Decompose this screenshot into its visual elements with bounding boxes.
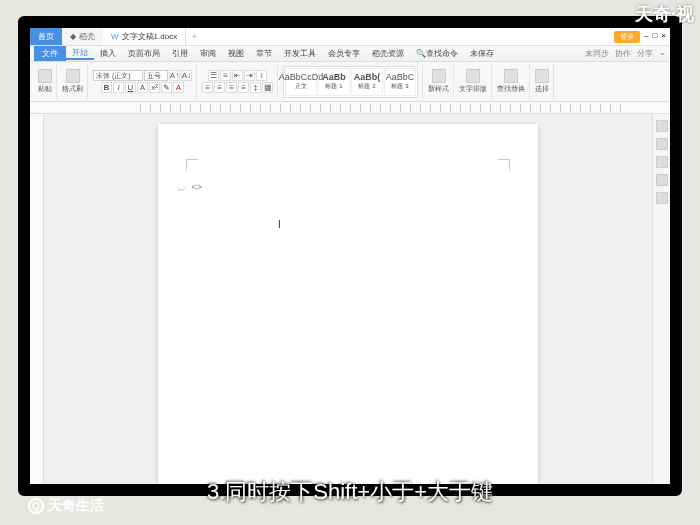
format-painter-button[interactable]: 格式刷	[62, 69, 83, 94]
video-watermark-top: 天奇·视	[635, 2, 694, 26]
menu-insert[interactable]: 插入	[94, 48, 122, 59]
align-left-icon[interactable]: ≡	[202, 82, 213, 93]
align-right-icon[interactable]: ≡	[226, 82, 237, 93]
caret-icon[interactable]: ⌄	[659, 48, 666, 59]
side-tool-1[interactable]	[656, 120, 668, 132]
ribbon: 粘贴 格式刷 宋体 (正文) 五号 A↑ A↓ B I	[30, 62, 670, 102]
find-replace-button[interactable]: 查找替换	[497, 69, 525, 94]
bullets-icon[interactable]: ☰	[208, 70, 219, 81]
menubar: 文件 开始 插入 页面布局 引用 审阅 视图 章节 开发工具 会员专享 稻壳资源…	[30, 46, 670, 62]
side-tool-4[interactable]	[656, 174, 668, 186]
menu-resources[interactable]: 稻壳资源	[366, 48, 410, 59]
login-button[interactable]: 登录	[614, 31, 640, 43]
indent-dec-icon[interactable]: ⇤	[232, 70, 243, 81]
brush-icon	[66, 69, 80, 83]
text-tools-button[interactable]: 文字排版	[459, 69, 487, 94]
paste-button[interactable]: 粘贴	[38, 69, 52, 94]
search-icon: 🔍	[416, 49, 426, 58]
sort-icon[interactable]: ↕	[256, 70, 267, 81]
screen: 首页 ◆ 稻壳 W 文字文稿1.docx + 登录 – □ × 文件 开始 插入…	[30, 28, 670, 484]
collab-button[interactable]: 协作	[615, 48, 631, 59]
menu-review[interactable]: 审阅	[194, 48, 222, 59]
clipboard-icon	[38, 69, 52, 83]
font-name-select[interactable]: 宋体 (正文)	[93, 70, 143, 81]
close-icon[interactable]: ×	[661, 31, 666, 43]
sync-status[interactable]: 未同步	[585, 48, 609, 59]
side-tool-3[interactable]	[656, 156, 668, 168]
align-center-icon[interactable]: ≡	[214, 82, 225, 93]
text-tools-icon	[466, 69, 480, 83]
document-page[interactable]: ⎵· <> I	[158, 124, 538, 484]
side-tool-2[interactable]	[656, 138, 668, 150]
minimize-icon[interactable]: –	[644, 31, 648, 43]
share-button[interactable]: 分享	[637, 48, 653, 59]
indent-inc-icon[interactable]: ⇥	[244, 70, 255, 81]
margin-corner-tl	[186, 159, 198, 171]
numbering-icon[interactable]: ≡	[220, 70, 231, 81]
side-toolbar	[652, 114, 670, 484]
page-area[interactable]: ⎵· <> I	[44, 114, 652, 484]
style-h2[interactable]: AaBb(标题 2	[351, 68, 383, 96]
styles-gallery[interactable]: AaBbCcDd正文 AaBb标题 1 AaBb(标题 2 AaBbC标题 3	[283, 66, 418, 98]
font-size-select[interactable]: 五号	[144, 70, 168, 81]
side-tool-5[interactable]	[656, 192, 668, 204]
menu-view[interactable]: 视图	[222, 48, 250, 59]
text-cursor: I	[278, 219, 281, 230]
pdf-icon: ◆	[70, 32, 76, 41]
menu-file[interactable]: 文件	[34, 46, 66, 61]
word-icon: W	[111, 32, 119, 41]
menu-start[interactable]: 开始	[66, 47, 94, 60]
video-subtitle: 3.同时按下Shift+小于+大于键	[0, 477, 700, 507]
new-style-button[interactable]: 新样式	[428, 69, 449, 94]
titlebar: 首页 ◆ 稻壳 W 文字文稿1.docx + 登录 – □ ×	[30, 28, 670, 46]
highlight-icon[interactable]: ✎	[161, 82, 172, 93]
find-icon	[504, 69, 518, 83]
grow-font-icon[interactable]: A↑	[169, 70, 180, 81]
superscript-icon[interactable]: x²	[149, 82, 160, 93]
anchor-icon: ⎵·	[178, 182, 186, 192]
menu-layout[interactable]: 页面布局	[122, 48, 166, 59]
horizontal-ruler[interactable]	[30, 102, 670, 114]
workspace: ⎵· <> I	[30, 114, 670, 484]
select-button[interactable]: 选择	[535, 69, 549, 94]
bold-button[interactable]: B	[101, 82, 112, 93]
style-normal[interactable]: AaBbCcDd正文	[285, 68, 317, 96]
maximize-icon[interactable]: □	[652, 31, 657, 43]
line-spacing-icon[interactable]: ‡	[250, 82, 261, 93]
strike-button[interactable]: A	[137, 82, 148, 93]
shading-icon[interactable]: ▦	[262, 82, 273, 93]
tab-home[interactable]: 首页	[30, 28, 62, 45]
underline-button[interactable]: U	[125, 82, 136, 93]
cursor-icon	[535, 69, 549, 83]
menu-devtools[interactable]: 开发工具	[278, 48, 322, 59]
monitor-bezel: 首页 ◆ 稻壳 W 文字文稿1.docx + 登录 – □ × 文件 开始 插入…	[18, 16, 682, 496]
style-h3[interactable]: AaBbC标题 3	[384, 68, 416, 96]
vertical-ruler[interactable]	[30, 114, 44, 484]
new-style-icon	[432, 69, 446, 83]
margin-corner-tr	[498, 159, 510, 171]
menu-member[interactable]: 会员专享	[322, 48, 366, 59]
menu-unsaved: 未保存	[464, 48, 500, 59]
font-color-icon[interactable]: A	[173, 82, 184, 93]
style-h1[interactable]: AaBb标题 1	[318, 68, 350, 96]
tab-document[interactable]: W 文字文稿1.docx	[103, 28, 186, 45]
menu-chapter[interactable]: 章节	[250, 48, 278, 59]
tab-new[interactable]: +	[186, 32, 203, 41]
menu-references[interactable]: 引用	[166, 48, 194, 59]
justify-icon[interactable]: ≡	[238, 82, 249, 93]
shrink-font-icon[interactable]: A↓	[181, 70, 192, 81]
page-margin-marker: ⎵· <>	[178, 182, 202, 192]
menu-search[interactable]: 🔍查找命令	[410, 48, 464, 59]
italic-button[interactable]: I	[113, 82, 124, 93]
tab-templates[interactable]: ◆ 稻壳	[62, 28, 103, 45]
